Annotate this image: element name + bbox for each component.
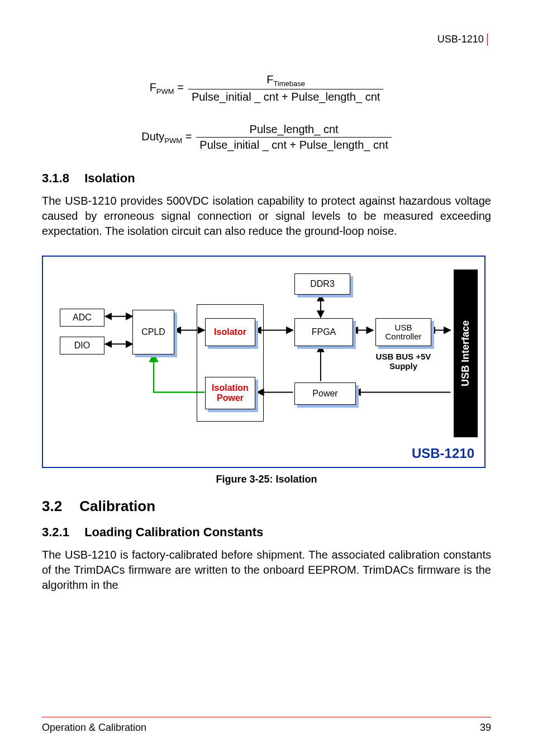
- footer-page-number: 39: [480, 722, 491, 734]
- figure-caption: Figure 3-25: Isolation: [42, 474, 491, 485]
- eq2-denominator: Pulse_initial _ cnt + Pulse_length_ cnt: [196, 137, 391, 152]
- heading-32-title: Calibration: [79, 498, 155, 514]
- heading-321-num: 3.2.1: [42, 525, 81, 540]
- heading-321: 3.2.1 Loading Calibration Constants: [42, 525, 491, 540]
- eq1-fraction: FTimebase Pulse_initial _ cnt + Pulse_le…: [188, 73, 383, 103]
- page: USB-1210│ FPWM = FTimebase Pulse_initial…: [0, 0, 533, 756]
- block-isolation-power: Isolation Power: [205, 377, 255, 409]
- footer-left: Operation & Calibration: [42, 722, 146, 734]
- block-fpga: FPGA: [294, 318, 353, 346]
- equations-block: FPWM = FTimebase Pulse_initial _ cnt + P…: [110, 73, 423, 152]
- block-isolator: Isolator: [205, 318, 255, 346]
- heading-32-num: 3.2: [42, 498, 75, 515]
- eq1-denominator: Pulse_initial _ cnt + Pulse_length_ cnt: [188, 89, 383, 103]
- heading-321-title: Loading Calibration Constants: [84, 525, 263, 539]
- header-model: USB-1210: [437, 34, 484, 45]
- eq1-numerator: FTimebase: [263, 73, 308, 89]
- usb-interface-label: USB Interface: [460, 320, 472, 386]
- equation-duty: DutyPWM = Pulse_length_ cnt Pulse_initia…: [110, 123, 423, 152]
- page-header: USB-1210│: [42, 34, 491, 45]
- label-usb-supply: USB BUS +5V Supply: [375, 352, 431, 371]
- block-ddr3: DDR3: [294, 273, 350, 295]
- block-usb-interface: USB Interface: [454, 270, 478, 437]
- equation-fpwm: FPWM = FTimebase Pulse_initial _ cnt + P…: [110, 73, 423, 103]
- paragraph-calibration: The USB-1210 is factory-calibrated befor…: [42, 547, 491, 593]
- isolation-diagram: ADC DIO CPLD Isolator Isolation Power DD…: [42, 256, 486, 468]
- heading-32: 3.2 Calibration: [42, 498, 491, 515]
- page-footer: Operation & Calibration 39: [42, 717, 491, 734]
- eq2-numerator: Pulse_length_ cnt: [246, 123, 342, 137]
- header-bar-icon: │: [485, 34, 491, 45]
- eq2-fraction: Pulse_length_ cnt Pulse_initial _ cnt + …: [196, 123, 391, 152]
- figure-3-25: ADC DIO CPLD Isolator Isolation Power DD…: [42, 256, 491, 485]
- block-power: Power: [294, 382, 356, 405]
- heading-318: 3.1.8 Isolation: [42, 171, 491, 186]
- eq1-lhs: FPWM =: [150, 81, 184, 96]
- diagram-model-name: USB-1210: [412, 446, 474, 461]
- block-cpld: CPLD: [132, 310, 174, 355]
- block-usb-controller: USB Controller: [375, 318, 431, 346]
- block-adc: ADC: [60, 309, 104, 327]
- heading-318-num: 3.1.8: [42, 171, 81, 186]
- heading-318-title: Isolation: [84, 171, 135, 185]
- block-dio: DIO: [60, 337, 104, 355]
- paragraph-isolation: The USB-1210 provides 500VDC isolation c…: [42, 193, 491, 239]
- eq2-lhs: DutyPWM =: [141, 130, 192, 145]
